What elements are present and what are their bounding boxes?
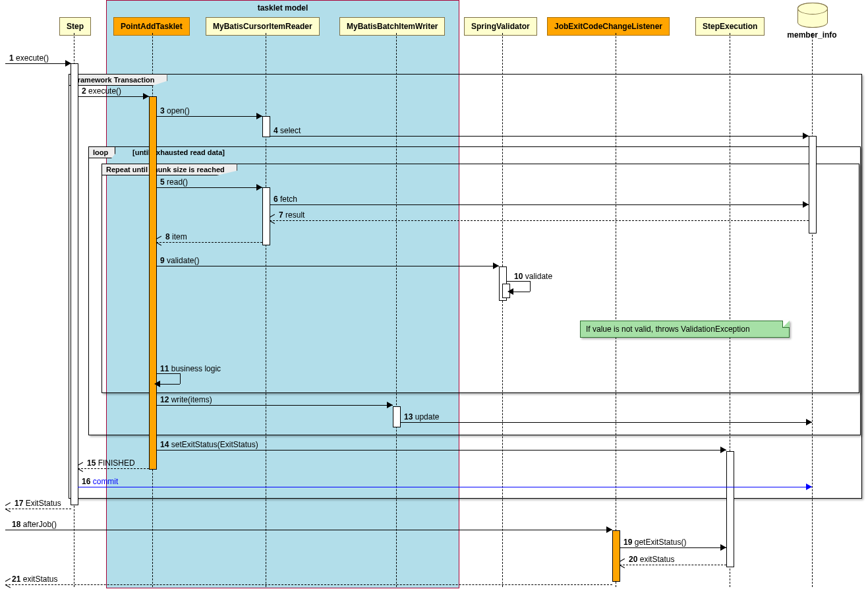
participant-reader: MyBatisCursorItemReader (206, 17, 320, 36)
participant-writer: MyBatisBatchItemWriter (339, 17, 445, 36)
msg-15-finished: 15 FINISHED (78, 462, 149, 471)
frame-loop-label: loop (88, 146, 115, 158)
msg-20-exitstatus: 20 exitStatus (620, 558, 726, 567)
msg-7-result: 7 result (270, 214, 809, 223)
msg-2-execute: 2 execute() (78, 90, 149, 99)
frame-transaction-label: Framework Transaction (69, 74, 167, 86)
participant-listener: JobExitCodeChangeListener (547, 17, 670, 36)
msg-8-item: 8 item (156, 235, 262, 245)
frame-repeat-label: Repeat until chunk size is reached (101, 164, 237, 175)
msg-9-validate: 9 validate() (156, 259, 499, 268)
activation-listener (612, 530, 620, 582)
participant-database: member_info (797, 3, 826, 26)
frame-loop-condition: [until exhausted read data] (130, 147, 227, 158)
msg-14-setexitstatus: 14 setExitStatus(ExitStatus) (156, 443, 726, 452)
note-validation-exception: If value is not valid, throws Validation… (580, 321, 790, 338)
participant-step: Step (59, 17, 91, 36)
msg-4-select: 4 select (270, 129, 809, 139)
msg-12-write: 12 write(items) (156, 398, 393, 408)
msg-3-open: 3 open() (156, 109, 262, 119)
activation-step (71, 63, 78, 505)
activation-stepexec-set (726, 451, 734, 567)
msg-18-afterjob: 18 afterJob() (5, 523, 612, 532)
msg-17-exitstatus: 17 ExitStatus (5, 502, 71, 511)
tasklet-model-title: tasklet model (107, 3, 459, 13)
msg-16-commit: 16 commit (78, 480, 812, 489)
msg-5-read: 5 read() (156, 181, 262, 190)
activation-db (809, 136, 817, 233)
participant-tasklet: PointAddTasklet (113, 17, 190, 36)
participant-validator: SpringValidator (464, 17, 537, 36)
sequence-diagram: tasklet model Step PointAddTasklet MyBat… (0, 0, 868, 591)
msg-13-update: 13 update (400, 416, 812, 425)
msg-21-exitstatus: 21 exitStatus (5, 578, 612, 587)
msg-6-fetch: 6 fetch (270, 198, 809, 207)
activation-tasklet (149, 96, 157, 470)
msg-1-execute: 1 execute() (5, 57, 71, 66)
msg-19-getexitstatus: 19 getExitStatus() (620, 541, 726, 550)
